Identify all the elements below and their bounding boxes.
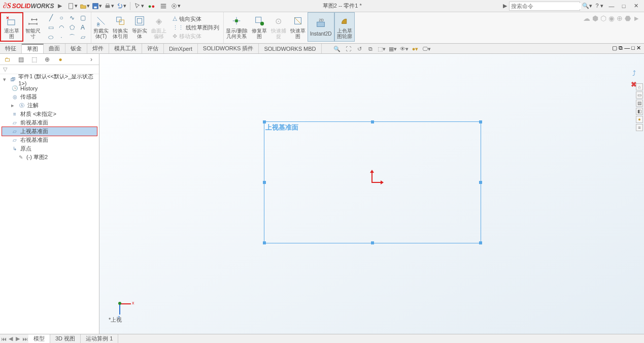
exit-sketch-button[interactable]: 退出草 图 bbox=[0, 12, 23, 42]
appearance-icon[interactable]: ●▾ bbox=[411, 45, 420, 53]
viewport-max-icon[interactable]: □ bbox=[631, 45, 635, 51]
maximize-button[interactable]: □ bbox=[619, 2, 629, 11]
taskpane-home-icon[interactable]: ⌂ bbox=[636, 83, 643, 90]
taskpane-props-icon[interactable]: ≡ bbox=[636, 124, 643, 131]
text-tool[interactable]: A bbox=[78, 23, 88, 32]
repair-sketch-button[interactable]: 修复草 图 bbox=[250, 12, 269, 42]
tree-sketch2[interactable]: ✎(-) 草图2 bbox=[2, 153, 97, 162]
bottom-tab-model[interactable]: 模型 bbox=[28, 334, 50, 343]
rebuild-button[interactable]: ●● bbox=[146, 1, 157, 11]
taskpane-appear-icon[interactable]: ● bbox=[636, 116, 643, 123]
slot-tool[interactable]: ▢ bbox=[78, 13, 88, 22]
tree-top-plane[interactable]: ▱上视基准面 bbox=[2, 127, 97, 136]
tab-sheetmetal[interactable]: 钣金 bbox=[65, 44, 87, 53]
viewport-link-icon[interactable]: ⧉ bbox=[619, 45, 623, 51]
plane-tool[interactable]: ▱ bbox=[78, 33, 88, 42]
tree-annotations[interactable]: ▸Ⓐ注解 bbox=[2, 101, 97, 110]
taskpane-view-icon[interactable]: ◧ bbox=[636, 108, 643, 115]
tree-filter[interactable]: ▽ bbox=[0, 65, 99, 74]
save-button[interactable]: ▾ bbox=[91, 1, 103, 11]
tree-front-plane[interactable]: ▱前视基准面 bbox=[2, 118, 97, 127]
fillet-tool[interactable]: ⌒ bbox=[67, 33, 77, 42]
convert-entities-button[interactable]: 转换实 体引用 bbox=[111, 12, 130, 42]
section-view-icon[interactable]: ⧉ bbox=[366, 45, 375, 53]
taskpane-explorer-icon[interactable]: ▤ bbox=[636, 100, 643, 107]
viewport-close-icon[interactable]: ✕ bbox=[636, 45, 641, 51]
search-input[interactable] bbox=[511, 3, 581, 9]
options-button[interactable] bbox=[158, 1, 169, 11]
dimxpert-tab[interactable]: ⊕ bbox=[42, 55, 53, 64]
feature-tree-tab[interactable]: 🗀 bbox=[2, 55, 13, 64]
instant2d-button[interactable]: 2D Instant2D bbox=[308, 12, 334, 42]
close-button[interactable]: ✕ bbox=[631, 2, 641, 11]
tab-dimxpert[interactable]: DimXpert bbox=[164, 44, 198, 53]
offset-entities-button[interactable]: 等距实 体 bbox=[130, 12, 149, 42]
cloud-icon[interactable]: ☁ bbox=[583, 14, 590, 22]
confirm-sketch-icon[interactable]: ⤴ bbox=[628, 68, 640, 78]
nav-last-icon[interactable]: ⏭ bbox=[21, 336, 28, 342]
display-style-icon[interactable]: ▦▾ bbox=[388, 45, 397, 53]
undo-button[interactable]: ▾ bbox=[116, 1, 127, 11]
viewport-min-icon[interactable]: — bbox=[624, 45, 630, 51]
tree-material[interactable]: ≡材质 <未指定> bbox=[2, 110, 97, 118]
nav-prev-icon[interactable]: ◀ bbox=[7, 335, 14, 342]
circle-tool[interactable]: ○ bbox=[56, 13, 66, 22]
bottom-tab-3dview[interactable]: 3D 视图 bbox=[50, 334, 81, 343]
viewport-single-icon[interactable]: ▢ bbox=[612, 45, 617, 51]
rapid-sketch-button[interactable]: 快速草图 bbox=[288, 12, 308, 42]
print-button[interactable]: ▾ bbox=[104, 1, 115, 11]
prev-view-icon[interactable]: ↺ bbox=[355, 45, 364, 53]
menu-arrow-icon[interactable]: ▶ bbox=[57, 3, 63, 9]
nav-next-icon[interactable]: ▶ bbox=[14, 335, 21, 342]
panel-expand-icon[interactable]: › bbox=[86, 55, 97, 64]
new-file-button[interactable]: ▾ bbox=[67, 1, 78, 11]
zoom-fit-icon[interactable]: 🔍 bbox=[332, 45, 342, 53]
tree-sensors[interactable]: ◎传感器 bbox=[2, 92, 97, 101]
graphics-viewport[interactable]: 上视基准面 x z *上视 ⤴ ✖ ⌂ bbox=[99, 54, 644, 334]
display-tab[interactable]: ● bbox=[55, 55, 66, 64]
linear-pattern-button[interactable]: ⋮⋮线性草图阵列 bbox=[173, 24, 219, 32]
tree-right-plane[interactable]: ▱右视基准面 bbox=[2, 136, 97, 144]
view-orient-icon[interactable]: ⬚▾ bbox=[377, 45, 386, 53]
select-button[interactable]: ▾ bbox=[133, 1, 145, 11]
cloud-icon[interactable]: ◉ bbox=[608, 14, 615, 22]
tab-addins[interactable]: SOLIDWORKS 插件 bbox=[198, 44, 259, 53]
settings-button[interactable]: ▾ bbox=[170, 1, 181, 11]
tab-evaluate[interactable]: 评估 bbox=[142, 44, 164, 53]
polygon-tool[interactable]: ⬠ bbox=[67, 23, 77, 32]
search-dropdown-icon[interactable]: 🔍▾ bbox=[582, 2, 592, 11]
spline-tool[interactable]: ∿ bbox=[67, 13, 77, 22]
help-button[interactable]: ? ▾ bbox=[594, 2, 604, 11]
command-search[interactable] bbox=[509, 2, 580, 11]
hide-show-icon[interactable]: 👁▾ bbox=[399, 45, 409, 53]
bottom-tab-motion[interactable]: 运动算例 1 bbox=[81, 334, 118, 343]
mirror-entities-button[interactable]: ⧊镜向实体 bbox=[173, 15, 201, 23]
tab-moldtools[interactable]: 模具工具 bbox=[109, 44, 142, 53]
cloud-icon[interactable]: ⬣ bbox=[625, 14, 631, 22]
tab-mbd[interactable]: SOLIDWORKS MBD bbox=[259, 44, 321, 53]
tree-origin[interactable]: ↳原点 bbox=[2, 144, 97, 153]
tree-root[interactable]: ▾🗊零件1 (默认<<默认>_显示状态 1>) bbox=[2, 75, 97, 84]
view-triad[interactable]: x z bbox=[110, 293, 130, 314]
tab-features[interactable]: 特征 bbox=[0, 44, 22, 53]
scene-icon[interactable]: 🖵▾ bbox=[422, 45, 431, 53]
move-entities-button[interactable]: ✥移动实体 bbox=[173, 33, 201, 40]
cloud-icon[interactable]: ⬢ bbox=[592, 14, 598, 22]
display-relations-button[interactable]: 显示/删除 几何关系 bbox=[224, 12, 250, 42]
cloud-icon[interactable]: ► bbox=[633, 14, 640, 22]
cloud-icon[interactable]: ⬡ bbox=[600, 14, 606, 22]
arc-tool[interactable]: ◠ bbox=[56, 23, 66, 32]
ellipse-tool[interactable]: ⬭ bbox=[46, 33, 56, 42]
tab-weldments[interactable]: 焊件 bbox=[87, 44, 109, 53]
trim-button[interactable]: 剪裁实 体(T) bbox=[91, 12, 111, 42]
taskpane-lib-icon[interactable]: ▭ bbox=[636, 91, 643, 99]
shade-sketch-button[interactable]: 上色草 图轮廓 bbox=[334, 12, 355, 42]
property-tab[interactable]: ▤ bbox=[15, 55, 26, 64]
nav-first-icon[interactable]: ⏮ bbox=[0, 336, 7, 342]
open-file-button[interactable]: ▾ bbox=[79, 1, 90, 11]
tab-sketch[interactable]: 草图 bbox=[22, 44, 44, 53]
minimize-button[interactable]: — bbox=[606, 2, 617, 11]
line-tool[interactable]: ╱ bbox=[46, 13, 56, 22]
config-tab[interactable]: ⬚ bbox=[28, 55, 40, 64]
tab-surfaces[interactable]: 曲面 bbox=[44, 44, 65, 53]
